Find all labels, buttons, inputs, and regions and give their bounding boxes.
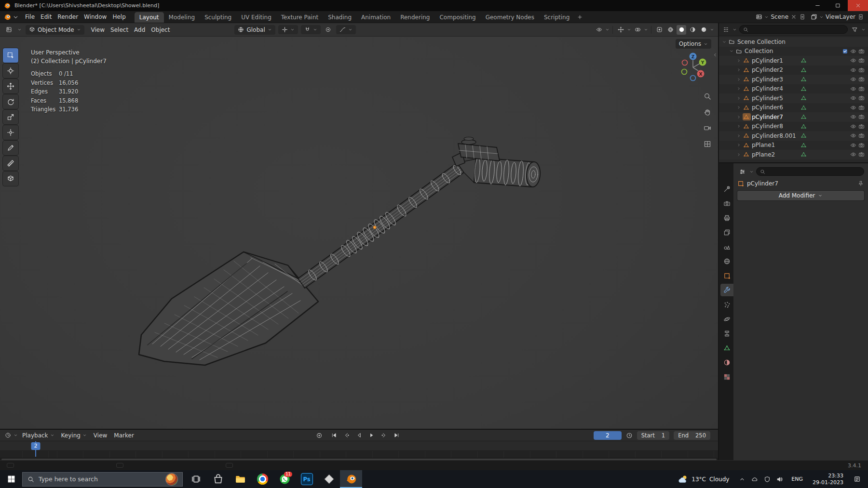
timeline-menu-marker[interactable]: Marker xyxy=(110,431,137,440)
taskbar-file-explorer-button[interactable] xyxy=(229,470,251,488)
gizmos-toggle[interactable] xyxy=(616,25,625,35)
tool-add-cube[interactable] xyxy=(3,171,18,186)
workspace-tab-animation[interactable]: Animation xyxy=(356,12,395,23)
add-workspace-button[interactable] xyxy=(574,13,585,21)
search-highlight-icon[interactable] xyxy=(166,474,177,485)
expand-icon[interactable] xyxy=(722,40,728,44)
tool-measure[interactable] xyxy=(3,156,18,171)
transport-next-keyframe[interactable] xyxy=(379,431,390,440)
close-button[interactable] xyxy=(848,0,868,11)
viewport-menu-view[interactable]: View xyxy=(88,25,108,35)
hide-in-viewport-toggle[interactable] xyxy=(849,57,857,64)
expand-icon[interactable] xyxy=(736,115,743,119)
proportional-editing-toggle[interactable] xyxy=(324,25,333,35)
taskbar-chrome-button[interactable] xyxy=(251,470,273,488)
expand-icon[interactable] xyxy=(736,124,743,129)
end-frame-field[interactable]: End250 xyxy=(674,431,710,440)
workspace-tab-layout[interactable]: Layout xyxy=(135,12,164,23)
outliner-editor-type-button[interactable] xyxy=(721,25,730,34)
disable-in-render-toggle[interactable] xyxy=(857,142,866,148)
properties-tab-render[interactable] xyxy=(720,197,733,210)
hide-in-viewport-toggle[interactable] xyxy=(849,67,857,73)
timeline-menu-keying[interactable]: Keying xyxy=(58,431,90,440)
timeline-menu-playback[interactable]: Playback xyxy=(19,431,58,440)
blender-menu-button[interactable] xyxy=(4,13,19,21)
object-name[interactable]: pCylinder8 xyxy=(752,123,783,130)
workspace-tab-rendering[interactable]: Rendering xyxy=(395,12,434,23)
disable-in-render-toggle[interactable] xyxy=(857,57,866,64)
object-name[interactable]: pCylinder7 xyxy=(752,114,783,120)
properties-tab-world[interactable] xyxy=(720,255,733,267)
timeline-ruler[interactable]: 2 xyxy=(0,441,718,451)
properties-tab-particles[interactable] xyxy=(720,298,733,311)
outliner-row-pcylinder3[interactable]: pCylinder3 xyxy=(719,75,868,84)
expand-icon[interactable] xyxy=(736,77,743,82)
workspace-tab-compositing[interactable]: Compositing xyxy=(434,12,480,23)
workspace-tab-scripting[interactable]: Scripting xyxy=(539,12,574,23)
sidebar-expand-arrow[interactable] xyxy=(712,52,718,58)
new-viewlayer-icon[interactable] xyxy=(857,13,864,20)
overlays-toggle[interactable] xyxy=(633,25,642,35)
action-center-button[interactable] xyxy=(849,470,865,488)
object-name[interactable]: Collection xyxy=(745,48,773,54)
disable-in-render-toggle[interactable] xyxy=(857,105,866,111)
minimize-button[interactable] xyxy=(807,0,827,11)
weather-widget[interactable]: 13°C Cloudy xyxy=(672,470,735,488)
expand-icon[interactable] xyxy=(729,49,735,53)
outliner-row-pcylinder7[interactable]: pCylinder7 xyxy=(719,112,868,122)
taskbar-diamond-app-button[interactable] xyxy=(318,470,340,488)
outliner-search-input[interactable] xyxy=(739,25,848,34)
new-scene-icon[interactable] xyxy=(799,13,806,20)
add-modifier-button[interactable]: Add Modifier xyxy=(737,191,864,200)
disable-in-render-toggle[interactable] xyxy=(857,132,866,139)
viewport-canvas[interactable] xyxy=(0,23,718,429)
hide-in-viewport-toggle[interactable] xyxy=(849,86,857,92)
hide-in-viewport-toggle[interactable] xyxy=(849,105,857,111)
hide-in-viewport-toggle[interactable] xyxy=(849,132,857,139)
object-name[interactable]: pCylinder4 xyxy=(752,85,783,92)
outliner-row-pcylinder2[interactable]: pCylinder2 xyxy=(719,66,868,75)
transport-jump-to-start[interactable] xyxy=(328,431,340,440)
properties-tab-tool[interactable] xyxy=(720,183,733,195)
expand-icon[interactable] xyxy=(736,96,743,101)
expand-icon[interactable] xyxy=(736,133,743,138)
properties-tab-material[interactable] xyxy=(720,356,733,369)
menu-file[interactable]: File xyxy=(22,12,38,22)
taskbar-search[interactable]: Type here to search xyxy=(22,472,183,487)
properties-editor-type-button[interactable] xyxy=(737,167,747,176)
shading-wireframe-button[interactable] xyxy=(665,25,675,35)
disable-in-render-toggle[interactable] xyxy=(857,114,866,120)
timeline-editor-type-button[interactable] xyxy=(3,431,13,440)
mode-dropdown[interactable]: Object Mode xyxy=(26,25,84,35)
object-name[interactable]: pCylinder1 xyxy=(752,57,783,64)
properties-tab-texture[interactable] xyxy=(720,370,733,383)
3d-viewport[interactable]: Object Mode ViewSelectAddObject Global xyxy=(0,23,718,429)
collection-checkbox[interactable] xyxy=(841,48,849,54)
hide-in-viewport-toggle[interactable] xyxy=(849,48,857,54)
pin-icon[interactable] xyxy=(857,180,864,187)
taskbar-clock[interactable]: 23:33 29-01-2023 xyxy=(808,473,848,486)
editor-type-button[interactable] xyxy=(4,25,14,35)
properties-tab-modifiers[interactable] xyxy=(720,284,733,296)
tool-scale[interactable] xyxy=(3,110,18,124)
shading-solid-button[interactable] xyxy=(677,25,686,35)
xray-toggle[interactable] xyxy=(654,25,664,35)
tray-security-icon[interactable] xyxy=(761,470,773,488)
properties-search-input[interactable] xyxy=(756,167,864,176)
properties-tab-output[interactable] xyxy=(720,211,733,224)
taskbar-blender-button[interactable] xyxy=(340,470,362,488)
object-name[interactable]: pCylinder8.001 xyxy=(752,132,796,139)
taskbar-whatsapp-button[interactable]: 11 xyxy=(273,470,296,488)
outliner-row-pcylinder8.001[interactable]: pCylinder8.001 xyxy=(719,131,868,141)
transport-jump-to-end[interactable] xyxy=(391,431,403,440)
outliner-row-pcylinder6[interactable]: pCylinder6 xyxy=(719,103,868,113)
breadcrumb[interactable]: pCylinder7 xyxy=(747,180,778,187)
object-name[interactable]: pCylinder3 xyxy=(752,76,783,83)
viewport-menu-select[interactable]: Select xyxy=(108,25,131,35)
start-button[interactable] xyxy=(0,470,22,488)
expand-icon[interactable] xyxy=(736,86,743,91)
viewport-toggle-orthographic-button[interactable] xyxy=(702,138,713,150)
outliner-row-pcylinder8[interactable]: pCylinder8 xyxy=(719,122,868,132)
workspace-tab-modeling[interactable]: Modeling xyxy=(164,12,200,23)
tray-onedrive-icon[interactable] xyxy=(748,470,761,488)
